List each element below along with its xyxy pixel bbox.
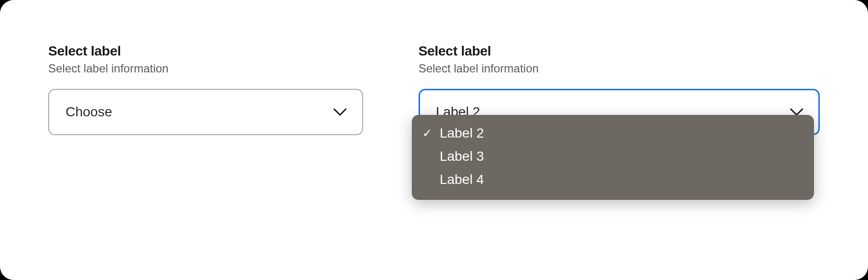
check-icon: ✓ bbox=[422, 126, 440, 140]
dropdown-item-label: Label 2 bbox=[440, 126, 803, 141]
dropdown-item-label: Label 4 bbox=[440, 172, 803, 187]
select-description: Select label information bbox=[419, 62, 820, 75]
dropdown-item-label: Label 3 bbox=[440, 149, 803, 164]
main-container: Select label Select label information Ch… bbox=[0, 0, 868, 280]
select-title: Select label bbox=[48, 43, 363, 59]
dropdown-item[interactable]: Label 3 bbox=[412, 145, 814, 168]
dropdown-menu: ✓ Label 2 Label 3 Label 4 bbox=[412, 115, 814, 200]
select-group-left: Select label Select label information Ch… bbox=[48, 43, 363, 251]
select-value: Choose bbox=[66, 104, 112, 120]
dropdown-item[interactable]: Label 4 bbox=[412, 168, 814, 191]
select-title: Select label bbox=[419, 43, 820, 59]
select-description: Select label information bbox=[48, 62, 363, 75]
dropdown-item[interactable]: ✓ Label 2 bbox=[412, 122, 814, 145]
select-group-right: Select label Select label information La… bbox=[419, 43, 820, 251]
select-box[interactable]: Choose bbox=[48, 89, 363, 135]
chevron-down-icon bbox=[333, 105, 347, 119]
